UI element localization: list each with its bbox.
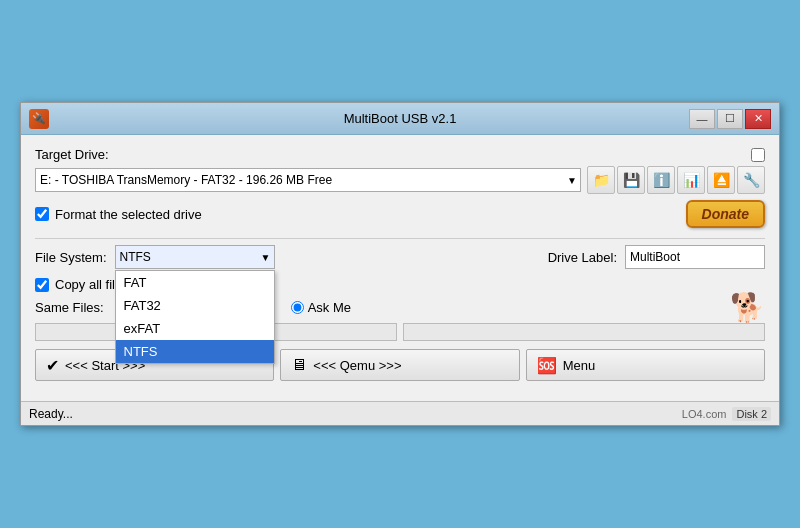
target-drive-select[interactable]: E: - TOSHIBA TransMemory - FAT32 - 196.2… <box>35 168 581 192</box>
qemu-button-label: <<< Qemu >>> <box>313 358 401 373</box>
drive-label-section: Drive Label: <box>548 245 765 269</box>
fs-select-wrapper: FAT FAT32 exFAT NTFS ▼ FAT FAT32 exFAT N… <box>115 245 275 269</box>
maximize-button[interactable]: ☐ <box>717 109 743 129</box>
folder-icon[interactable]: 📁 <box>587 166 615 194</box>
chart-icon[interactable]: 📊 <box>677 166 705 194</box>
file-system-label: File System: <box>35 250 107 265</box>
target-drive-checkbox[interactable] <box>751 148 765 162</box>
drive-label-label: Drive Label: <box>548 250 617 265</box>
fs-dropdown-list: FAT FAT32 exFAT NTFS <box>115 270 275 364</box>
drive-label-input[interactable] <box>625 245 765 269</box>
close-button[interactable]: ✕ <box>745 109 771 129</box>
status-text: Ready... <box>29 407 73 421</box>
divider-1 <box>35 238 765 239</box>
disk-badge: Disk 2 <box>732 407 771 421</box>
status-bar: Ready... LO4.com Disk 2 <box>21 401 779 425</box>
dog-icon: 🐕 <box>730 291 765 324</box>
same-files-label: Same Files: <box>35 300 104 315</box>
content-area: Target Drive: E: - TOSHIBA TransMemory -… <box>21 135 779 401</box>
dropdown-item-exfat[interactable]: exFAT <box>116 317 274 340</box>
format-label: Format the selected drive <box>55 207 202 222</box>
menu-button[interactable]: 🆘 Menu <box>526 349 765 381</box>
qemu-button[interactable]: 🖥 <<< Qemu >>> <box>280 349 519 381</box>
dropdown-item-ntfs[interactable]: NTFS <box>116 340 274 363</box>
format-row: Format the selected drive Donate <box>35 200 765 228</box>
fs-left: File System: FAT FAT32 exFAT NTFS ▼ FAT … <box>35 245 275 269</box>
format-checkbox[interactable] <box>35 207 49 221</box>
fs-label-row: File System: FAT FAT32 exFAT NTFS ▼ FAT … <box>35 245 765 269</box>
target-drive-label-row: Target Drive: <box>35 147 765 162</box>
tools-icon[interactable]: 🔧 <box>737 166 765 194</box>
radio-askme-label: Ask Me <box>308 300 351 315</box>
dropdown-item-fat[interactable]: FAT <box>116 271 274 294</box>
menu-icon: 🆘 <box>537 356 557 375</box>
file-system-select[interactable]: FAT FAT32 exFAT NTFS <box>115 245 275 269</box>
save-icon[interactable]: 💾 <box>617 166 645 194</box>
window-title: MultiBoot USB v2.1 <box>344 111 457 126</box>
copy-files-checkbox[interactable] <box>35 278 49 292</box>
minimize-button[interactable]: — <box>689 109 715 129</box>
info-icon[interactable]: ℹ️ <box>647 166 675 194</box>
titlebar-controls: — ☐ ✕ <box>689 109 771 129</box>
radio-askme[interactable]: Ask Me <box>291 300 351 315</box>
app-icon: 🔌 <box>29 109 49 129</box>
watermark-text: LO4.com <box>682 408 727 420</box>
donate-button[interactable]: Donate <box>686 200 765 228</box>
progress-bar-right <box>403 323 765 341</box>
radio-askme-input[interactable] <box>291 301 304 314</box>
format-left: Format the selected drive <box>35 207 202 222</box>
target-drive-label: Target Drive: <box>35 147 109 162</box>
eject-icon[interactable]: ⏏️ <box>707 166 735 194</box>
dropdown-item-fat32[interactable]: FAT32 <box>116 294 274 317</box>
target-drive-row: E: - TOSHIBA TransMemory - FAT32 - 196.2… <box>35 166 765 194</box>
titlebar-left: 🔌 <box>29 109 49 129</box>
drive-select-wrapper: E: - TOSHIBA TransMemory - FAT32 - 196.2… <box>35 168 581 192</box>
status-right: LO4.com Disk 2 <box>682 407 771 421</box>
titlebar: 🔌 MultiBoot USB v2.1 — ☐ ✕ <box>21 103 779 135</box>
toolbar-icons: 📁 💾 ℹ️ 📊 ⏏️ 🔧 <box>587 166 765 194</box>
menu-button-label: Menu <box>563 358 596 373</box>
main-window: 🔌 MultiBoot USB v2.1 — ☐ ✕ Target Drive:… <box>20 102 780 426</box>
start-check-icon: ✔ <box>46 356 59 375</box>
qemu-icon: 🖥 <box>291 356 307 374</box>
